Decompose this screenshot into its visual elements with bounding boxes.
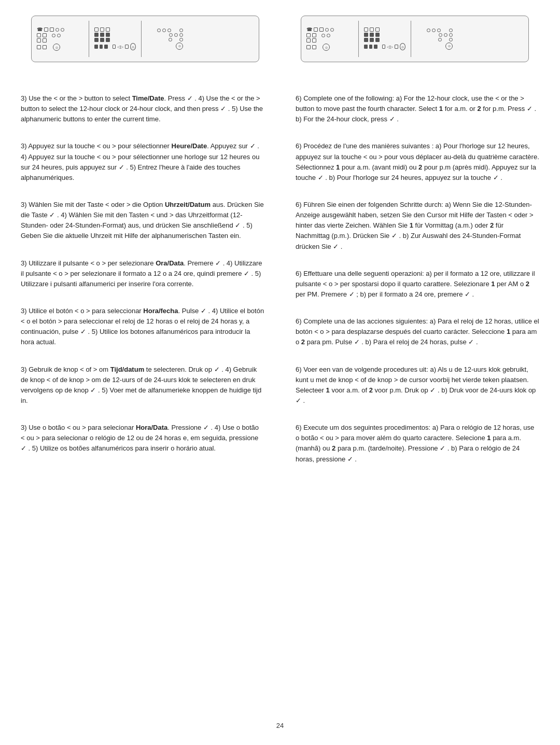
right-column: 6) Complete one of the following: a) For… xyxy=(280,93,539,481)
instruction-text-es: 3) Utilice el botón < o > para seleccion… xyxy=(21,306,264,348)
instruction-text-pt-r: 6) Execute um dos seguintes procedimento… xyxy=(296,423,539,465)
instruction-text-nl: 3) Gebruik de knop < of > om Tijd/datum … xyxy=(21,364,264,406)
instruction-block-en: 3) Use the < or the > button to select T… xyxy=(21,93,264,124)
instruction-block-de: 3) Wählen Sie mit der Taste < oder > die… xyxy=(21,200,264,242)
instruction-text-de: 3) Wählen Sie mit der Taste < oder > die… xyxy=(21,200,264,242)
instruction-text-nl-r: 6) Voer een van de volgende procedures u… xyxy=(296,364,539,406)
device-image-right: ☎ ⊙ xyxy=(301,16,529,62)
instruction-block-nl: 3) Gebruik de knop < of > om Tijd/datum … xyxy=(21,364,264,406)
instruction-text-it: 3) Utilizzare il pulsante < o > per sele… xyxy=(21,258,264,289)
devices-row: ☎ ⊙ xyxy=(21,16,539,62)
instruction-text-pt: 3) Use o botão < ou > para selecionar Ho… xyxy=(21,423,264,454)
page-number: 24 xyxy=(276,722,284,729)
instruction-block-pt-r: 6) Execute um dos seguintes procedimento… xyxy=(296,423,539,465)
instruction-text-en-r: 6) Complete one of the following: a) For… xyxy=(296,93,539,124)
instruction-block-es: 3) Utilice el botón < o > para seleccion… xyxy=(21,306,264,348)
device-image-left: ☎ ⊙ xyxy=(31,16,259,62)
instruction-block-pt: 3) Use o botão < ou > para selecionar Ho… xyxy=(21,423,264,454)
instruction-block-fr-r: 6) Procédez de l'une des manières suivan… xyxy=(296,141,539,183)
instruction-block-fr: 3) Appuyez sur la touche < ou > pour sél… xyxy=(21,141,264,183)
instruction-block-en-r: 6) Complete one of the following: a) For… xyxy=(296,93,539,124)
instruction-block-it-r: 6) Effettuare una delle seguenti operazi… xyxy=(296,269,539,300)
instruction-text-fr: 3) Appuyez sur la touche < ou > pour sél… xyxy=(21,141,264,183)
instruction-text-fr-r: 6) Procédez de l'une des manières suivan… xyxy=(296,141,539,183)
instruction-block-de-r: 6) Führen Sie einen der folgenden Schrit… xyxy=(296,200,539,252)
instruction-text-de-r: 6) Führen Sie einen der folgenden Schrit… xyxy=(296,200,539,252)
instruction-text-en: 3) Use the < or the > button to select T… xyxy=(21,93,264,124)
instruction-block-it: 3) Utilizzare il pulsante < o > per sele… xyxy=(21,258,264,289)
instruction-block-nl-r: 6) Voer een van de volgende procedures u… xyxy=(296,364,539,406)
left-column: 3) Use the < or the > button to select T… xyxy=(21,93,280,481)
content-area: 3) Use the < or the > button to select T… xyxy=(21,93,539,481)
instruction-text-es-r: 6) Complete una de las acciones siguient… xyxy=(296,316,539,347)
instruction-text-it-r: 6) Effettuare una delle seguenti operazi… xyxy=(296,269,539,300)
page-container: ☎ ⊙ xyxy=(0,0,560,745)
instruction-block-es-r: 6) Complete una de las acciones siguient… xyxy=(296,316,539,347)
